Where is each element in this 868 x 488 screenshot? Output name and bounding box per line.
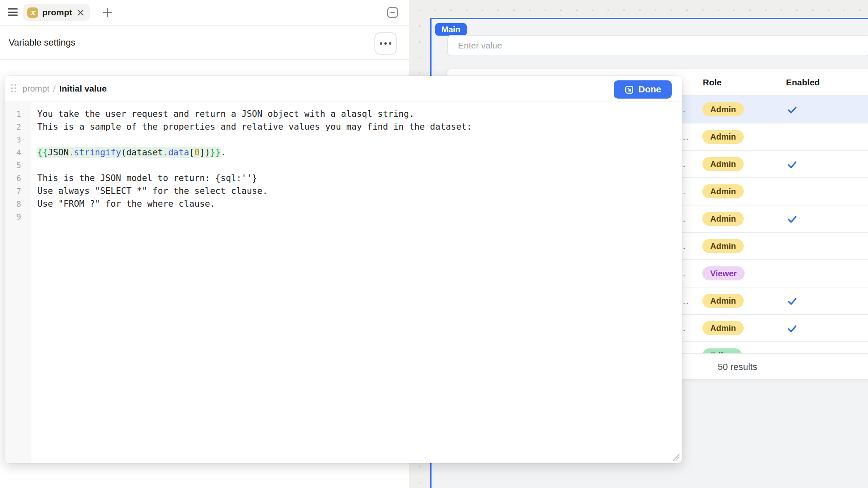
tab-prompt[interactable]: x prompt: [23, 4, 90, 21]
line-number: 9: [5, 210, 31, 223]
tab-close-icon[interactable]: [76, 8, 85, 17]
variable-settings-header: Variable settings: [0, 26, 409, 60]
main-widget-badge[interactable]: Main: [435, 23, 467, 36]
done-label: Done: [639, 84, 661, 95]
column-header-enabled[interactable]: Enabled: [786, 69, 820, 95]
menu-hamburger-icon[interactable]: [8, 8, 18, 17]
shrink-icon: [624, 85, 634, 94]
line-number: 1: [5, 108, 31, 121]
enabled-check-icon: [787, 323, 798, 334]
truncated-cell-text: .: [683, 260, 686, 287]
line-number: 2: [5, 121, 31, 133]
truncated-cell-text: .: [683, 233, 686, 259]
line-number: 8: [5, 198, 31, 210]
truncated-cell-text: .: [683, 96, 686, 123]
breadcrumb-parent[interactable]: prompt: [22, 84, 49, 94]
template-expression: {{JSON.stringify(dataset.data[0])}}: [37, 147, 221, 158]
value-input[interactable]: [447, 35, 868, 56]
code-line: {{JSON.stringify(dataset.data[0])}}.: [37, 146, 682, 159]
role-badge: Viewer: [702, 266, 745, 280]
role-badge: Admin: [702, 184, 744, 198]
initial-value-editor-dialog: prompt / Initial value Done 123456789 Yo…: [5, 76, 682, 463]
role-badge: Admin: [702, 157, 744, 171]
results-count: 50 results: [718, 354, 757, 379]
truncated-cell-text: .: [683, 205, 686, 232]
role-badge: Editor: [702, 348, 742, 353]
enabled-check-icon: [787, 214, 798, 225]
drag-handle-icon[interactable]: [11, 84, 17, 93]
code-line: Use "FROM ?" for the where clause.: [37, 198, 682, 210]
code-line: This is a sample of the properties and r…: [37, 121, 682, 133]
column-header-role[interactable]: Role: [703, 69, 722, 95]
code-line: [37, 159, 682, 172]
dialog-header: prompt / Initial value Done: [5, 76, 682, 102]
line-number: 6: [5, 172, 31, 185]
code-line: [37, 210, 682, 223]
truncated-cell-text: .: [683, 178, 686, 205]
breadcrumb-current: Initial value: [59, 84, 106, 94]
enabled-check-icon: [787, 159, 798, 170]
role-badge: Admin: [702, 102, 744, 116]
resize-grip[interactable]: [672, 453, 680, 461]
truncated-cell-text: ..: [683, 123, 689, 150]
line-number: 5: [5, 159, 31, 172]
app-root: { "tab_bar": { "tab": { "icon_glyph": "x…: [0, 0, 868, 488]
variable-x-icon: x: [27, 7, 38, 18]
collapse-panel-icon[interactable]: [387, 7, 398, 18]
tab-label: prompt: [42, 7, 72, 17]
done-button[interactable]: Done: [614, 80, 672, 99]
line-number: 7: [5, 185, 31, 198]
truncated-cell-text: .: [683, 315, 686, 341]
code-content[interactable]: You take the user request and return a J…: [31, 102, 682, 463]
code-line: Use always "SELECT *" for the select cla…: [37, 185, 682, 198]
code-editor[interactable]: 123456789 You take the user request and …: [5, 102, 682, 463]
code-line: This is the JSON model to return: {sql:'…: [37, 172, 682, 185]
line-number-gutter: 123456789: [5, 102, 31, 463]
enabled-check-icon: [787, 296, 798, 307]
code-line: You take the user request and return a J…: [37, 108, 682, 121]
role-badge: Admin: [702, 294, 744, 308]
line-number: 4: [5, 146, 31, 159]
code-line: [37, 133, 682, 146]
more-options-button[interactable]: [374, 32, 397, 55]
breadcrumb-separator: /: [53, 84, 55, 94]
role-badge: Admin: [702, 130, 744, 144]
truncated-cell-text: .: [683, 151, 686, 177]
add-tab-icon[interactable]: [102, 7, 112, 17]
role-badge: Admin: [702, 321, 744, 335]
truncated-cell-text: ..: [683, 287, 689, 314]
role-badge: Admin: [702, 212, 744, 226]
enabled-check-icon: [787, 104, 798, 115]
line-number: 3: [5, 133, 31, 146]
tab-bar: x prompt: [0, 0, 409, 26]
role-badge: Admin: [702, 239, 744, 253]
page-title: Variable settings: [9, 37, 75, 48]
